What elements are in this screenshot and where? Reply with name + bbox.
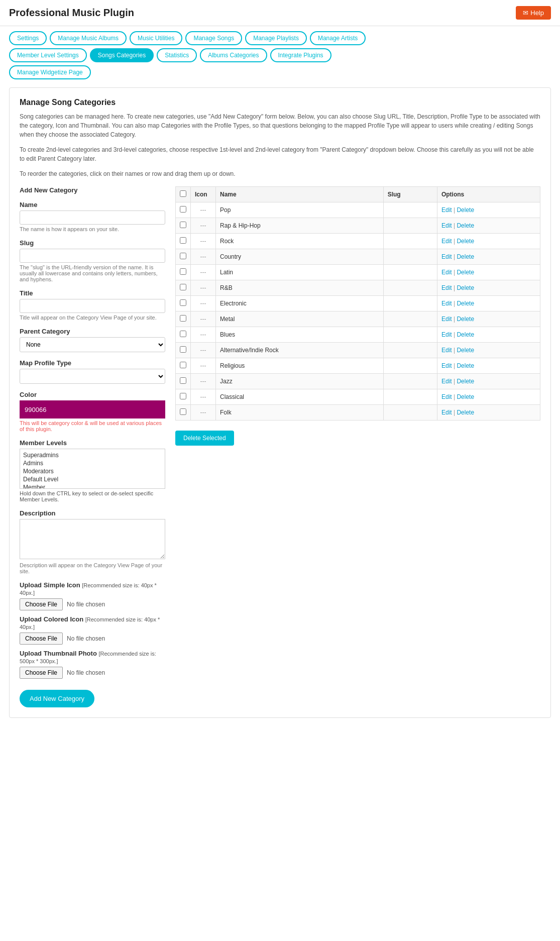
delete-link[interactable]: Delete: [457, 362, 474, 369]
row-checkbox[interactable]: [180, 331, 186, 337]
row-icon: ---: [191, 327, 216, 343]
nav-btn-manage-artists[interactable]: Manage Artists: [310, 31, 366, 45]
row-slug: [383, 389, 437, 405]
row-checkbox[interactable]: [180, 237, 186, 244]
delete-link[interactable]: Delete: [457, 300, 474, 307]
nav-btn-integrate-plugins[interactable]: Integrate Plugins: [270, 48, 331, 62]
nav-row-3: Manage Widgetize Page: [9, 65, 551, 79]
nav-btn-manage-songs[interactable]: Manage Songs: [185, 31, 242, 45]
edit-link[interactable]: Edit: [441, 222, 452, 229]
map-profile-select[interactable]: [20, 369, 165, 384]
edit-link[interactable]: Edit: [441, 316, 452, 323]
member-level-item[interactable]: Member: [22, 483, 163, 489]
edit-link[interactable]: Edit: [441, 331, 452, 338]
edit-link[interactable]: Edit: [441, 409, 452, 416]
delete-link[interactable]: Delete: [457, 253, 474, 260]
table-row: --- Rock Edit | Delete: [176, 234, 540, 249]
row-icon: ---: [191, 218, 216, 234]
member-level-item[interactable]: Admins: [22, 459, 163, 467]
nav-btn-member-level-settings[interactable]: Member Level Settings: [9, 48, 87, 62]
edit-link[interactable]: Edit: [441, 378, 452, 385]
add-category-button[interactable]: Add New Category: [20, 690, 94, 707]
edit-link[interactable]: Edit: [441, 362, 452, 369]
add-category-form: Add New Category Name The name is how it…: [20, 186, 165, 707]
name-input[interactable]: [20, 211, 165, 225]
row-name: Classical: [216, 389, 384, 405]
edit-link[interactable]: Edit: [441, 206, 452, 214]
table-row: --- Latin Edit | Delete: [176, 265, 540, 280]
nav-btn-settings[interactable]: Settings: [9, 31, 47, 45]
color-label: Color: [20, 391, 165, 398]
delete-link[interactable]: Delete: [457, 316, 474, 323]
nav-btn-music-utilities[interactable]: Music Utilities: [130, 31, 182, 45]
row-checkbox[interactable]: [180, 408, 186, 415]
nav-btn-albums-categories[interactable]: Albums Categories: [200, 48, 267, 62]
choose-file-colored-button[interactable]: Choose File: [20, 633, 63, 645]
navigation: SettingsManage Music AlbumsMusic Utiliti…: [0, 26, 560, 79]
delete-link[interactable]: Delete: [457, 238, 474, 245]
row-checkbox[interactable]: [180, 346, 186, 353]
parent-category-label: Parent Category: [20, 328, 165, 335]
select-all-checkbox[interactable]: [180, 190, 186, 197]
help-button[interactable]: ✉ Help: [516, 6, 551, 20]
delete-link[interactable]: Delete: [457, 269, 474, 276]
nav-btn-manage-music-albums[interactable]: Manage Music Albums: [50, 31, 127, 45]
row-checkbox[interactable]: [180, 284, 186, 290]
table-row: --- Electronic Edit | Delete: [176, 296, 540, 311]
delete-link[interactable]: Delete: [457, 206, 474, 214]
table-row: --- Religious Edit | Delete: [176, 358, 540, 374]
edit-link[interactable]: Edit: [441, 347, 452, 354]
no-file-simple-text: No file chosen: [67, 601, 105, 608]
table-row: --- Alternative/Indie Rock Edit | Delete: [176, 343, 540, 358]
edit-link[interactable]: Edit: [441, 300, 452, 307]
row-icon: ---: [191, 311, 216, 327]
delete-link[interactable]: Delete: [457, 222, 474, 229]
delete-link[interactable]: Delete: [457, 347, 474, 354]
row-checkbox[interactable]: [180, 268, 186, 275]
color-value: 990066: [25, 406, 46, 413]
row-checkbox[interactable]: [180, 222, 186, 228]
member-level-item[interactable]: Moderators: [22, 467, 163, 475]
choose-file-thumbnail-button[interactable]: Choose File: [20, 667, 63, 679]
delete-link[interactable]: Delete: [457, 378, 474, 385]
row-checkbox[interactable]: [180, 377, 186, 384]
description-textarea[interactable]: [20, 519, 165, 559]
delete-link[interactable]: Delete: [457, 331, 474, 338]
member-level-item[interactable]: Default Level: [22, 475, 163, 483]
section-desc3: To reorder the categories, click on thei…: [20, 169, 540, 178]
edit-link[interactable]: Edit: [441, 284, 452, 291]
description-label: Description: [20, 509, 165, 517]
nav-btn-songs-categories[interactable]: Songs Categories: [90, 48, 154, 62]
upload-thumbnail-label: Upload Thumbnail Photo: [20, 650, 97, 657]
nav-btn-statistics[interactable]: Statistics: [157, 48, 197, 62]
slug-input[interactable]: [20, 249, 165, 263]
member-level-item[interactable]: Superadmins: [22, 451, 163, 459]
delete-link[interactable]: Delete: [457, 393, 474, 400]
row-checkbox[interactable]: [180, 362, 186, 368]
row-options: Edit | Delete: [437, 265, 540, 280]
row-slug: [383, 296, 437, 311]
nav-btn-manage-widgetize-page[interactable]: Manage Widgetize Page: [9, 65, 91, 79]
parent-category-select[interactable]: None: [20, 337, 165, 352]
delete-link[interactable]: Delete: [457, 409, 474, 416]
title-input[interactable]: [20, 299, 165, 313]
delete-link[interactable]: Delete: [457, 284, 474, 291]
map-profile-label: Map Profile Type: [20, 359, 165, 367]
color-picker[interactable]: 990066: [20, 400, 165, 419]
delete-selected-button[interactable]: Delete Selected: [175, 431, 234, 446]
row-checkbox[interactable]: [180, 299, 186, 306]
edit-link[interactable]: Edit: [441, 238, 452, 245]
row-checkbox[interactable]: [180, 315, 186, 322]
member-levels-list[interactable]: SuperadminsAdminsModeratorsDefault Level…: [20, 449, 165, 489]
row-slug: [383, 234, 437, 249]
nav-row-1: SettingsManage Music AlbumsMusic Utiliti…: [9, 31, 551, 45]
edit-link[interactable]: Edit: [441, 253, 452, 260]
row-checkbox[interactable]: [180, 393, 186, 399]
no-file-colored-text: No file chosen: [67, 635, 105, 642]
edit-link[interactable]: Edit: [441, 269, 452, 276]
row-checkbox[interactable]: [180, 206, 186, 213]
row-checkbox[interactable]: [180, 253, 186, 259]
edit-link[interactable]: Edit: [441, 393, 452, 400]
nav-btn-manage-playlists[interactable]: Manage Playlists: [245, 31, 307, 45]
choose-file-simple-button[interactable]: Choose File: [20, 598, 63, 610]
